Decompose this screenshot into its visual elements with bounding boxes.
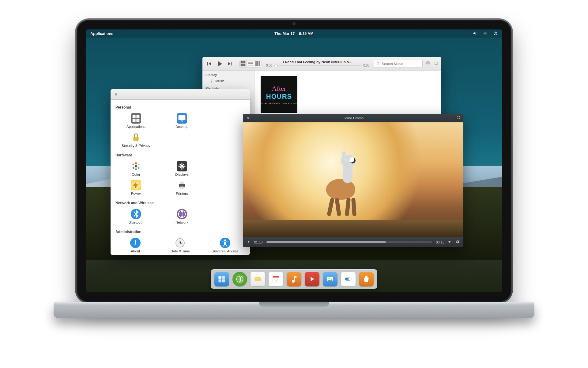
video-close-button[interactable] <box>245 115 251 121</box>
dock-music-icon[interactable] <box>287 272 301 286</box>
category-network-heading: Network and Wireless <box>111 198 250 208</box>
time-total: 0:00 <box>364 64 369 67</box>
svg-point-31 <box>349 278 351 280</box>
dock: 17 <box>211 269 377 289</box>
previous-track-button[interactable] <box>205 60 212 67</box>
music-search-input[interactable] <box>382 62 420 66</box>
equalizer-icon[interactable] <box>425 61 430 67</box>
video-headerbar: Llama Drama <box>243 114 463 122</box>
svg-point-29 <box>328 278 330 280</box>
settings-item-bluetooth[interactable]: Bluetooth <box>113 208 159 225</box>
svg-point-11 <box>133 164 134 166</box>
svg-rect-20 <box>222 276 225 279</box>
time-elapsed: 0:00 <box>266 64 272 67</box>
music-headerbar: I Need That Feeling by Neon NiteClub o… … <box>202 57 441 71</box>
settings-item-date-time[interactable]: Date & Time <box>158 236 202 254</box>
view-grid-button[interactable] <box>239 60 247 67</box>
svg-point-8 <box>138 167 140 169</box>
svg-point-5 <box>135 165 138 168</box>
svg-rect-25 <box>273 276 279 278</box>
svg-point-7 <box>138 164 140 166</box>
svg-text:17: 17 <box>274 278 278 282</box>
settings-item-color[interactable]: Color <box>113 160 159 178</box>
dock-photos-icon[interactable] <box>323 272 337 286</box>
svg-rect-3 <box>181 121 183 121</box>
settings-item-network[interactable]: Network <box>159 208 205 225</box>
svg-point-6 <box>135 162 137 164</box>
fullscreen-icon[interactable] <box>434 61 438 66</box>
webcam-dot <box>293 22 295 25</box>
settings-item-printers[interactable]: Printers <box>159 179 205 197</box>
llama-art <box>320 154 366 219</box>
top-panel: Applications Thu Mar 17 9:35 AM <box>86 29 502 38</box>
video-play-button[interactable] <box>247 240 251 244</box>
category-hardware-heading: Hardware <box>111 150 250 160</box>
settings-item-power[interactable]: Power <box>113 179 159 197</box>
svg-text:i: i <box>134 239 137 247</box>
svg-rect-19 <box>219 276 221 279</box>
desktop-screen: Applications Thu Mar 17 9:35 AM <box>86 29 502 292</box>
sidebar-item-music[interactable]: Music <box>202 78 254 84</box>
dock-appcenter-icon[interactable] <box>359 272 374 286</box>
svg-rect-22 <box>222 279 225 282</box>
now-playing-title: I Need That Feeling by Neon NiteClub o… <box>266 60 369 64</box>
view-mode-segmented <box>239 60 262 67</box>
video-elapsed: 01:13 <box>254 240 263 244</box>
video-window: Llama Drama 01:13 00:16 <box>243 114 463 247</box>
video-volume-icon[interactable] <box>448 240 452 244</box>
panel-time[interactable]: 9:35 AM <box>299 32 313 36</box>
video-controls: 01:13 00:16 <box>243 237 463 247</box>
video-title: Llama Drama <box>342 116 364 120</box>
seek-slider[interactable] <box>274 65 361 66</box>
laptop-frame: Applications Thu Mar 17 9:35 AM <box>54 18 534 337</box>
settings-item-desktop[interactable]: Desktop <box>159 112 205 130</box>
panel-date[interactable]: Thu Mar 17 <box>274 32 295 36</box>
settings-window: Personal Applications Desktop <box>111 89 250 255</box>
laptop-bezel: Applications Thu Mar 17 9:35 AM <box>75 18 513 304</box>
dock-calendar-icon[interactable]: 17 <box>269 272 283 286</box>
album-art[interactable]: After HOURS HYBRID RECORDED BY NEON NITE… <box>261 76 297 113</box>
settings-item-displays[interactable]: Displays <box>159 160 205 178</box>
svg-rect-2 <box>179 115 186 120</box>
dock-multitasking-icon[interactable] <box>214 272 229 286</box>
video-settings-icon[interactable] <box>456 240 460 244</box>
settings-item-about[interactable]: i About <box>113 236 158 254</box>
music-search[interactable] <box>374 60 423 68</box>
svg-rect-24 <box>255 277 261 281</box>
play-button[interactable] <box>215 59 224 68</box>
svg-rect-21 <box>219 279 221 282</box>
power-indicator-icon[interactable] <box>493 31 498 36</box>
network-indicator-icon[interactable] <box>483 31 488 36</box>
svg-point-9 <box>135 168 137 170</box>
dock-mail-icon[interactable] <box>251 272 265 286</box>
applications-menu[interactable]: Applications <box>90 32 113 36</box>
settings-close-button[interactable] <box>113 91 119 98</box>
view-list-button[interactable] <box>247 60 254 67</box>
video-remaining: 00:16 <box>436 240 444 244</box>
video-seek-slider[interactable] <box>266 241 432 243</box>
svg-rect-14 <box>180 186 183 189</box>
next-track-button[interactable] <box>227 60 234 67</box>
svg-point-18 <box>224 240 226 241</box>
video-canvas[interactable] <box>243 122 463 237</box>
now-playing-info: I Need That Feeling by Neon NiteClub o… … <box>266 60 369 67</box>
page: Applications Thu Mar 17 9:35 AM <box>0 0 588 368</box>
sound-indicator-icon[interactable] <box>473 31 477 36</box>
dock-web-browser-icon[interactable] <box>232 272 247 286</box>
svg-rect-4 <box>134 137 139 141</box>
settings-item-applications[interactable]: Applications <box>113 112 159 130</box>
svg-point-10 <box>133 167 134 169</box>
video-fullscreen-button[interactable] <box>456 116 460 121</box>
view-column-button[interactable] <box>254 60 262 67</box>
category-admin-heading: Administration <box>111 227 250 236</box>
settings-item-security-privacy[interactable]: Security & Privacy <box>113 131 159 149</box>
dock-videos-icon[interactable] <box>305 272 319 286</box>
category-personal-heading: Personal <box>111 102 250 112</box>
sidebar-library-heading: Library <box>202 71 254 78</box>
settings-item-universal-access[interactable]: Universal Access <box>203 236 247 254</box>
dock-switchboard-icon[interactable] <box>341 272 356 286</box>
settings-headerbar <box>111 89 250 100</box>
svg-rect-13 <box>180 182 183 184</box>
laptop-base <box>54 302 534 318</box>
